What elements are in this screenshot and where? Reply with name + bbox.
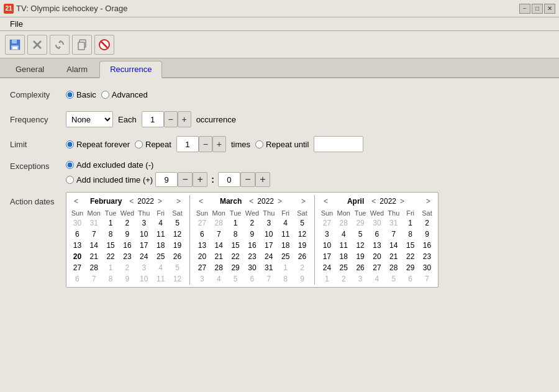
cal-day[interactable]: 16 <box>119 240 136 251</box>
hour-minus-button[interactable]: − <box>178 172 193 187</box>
february-year-next-button[interactable]: > <box>155 196 165 206</box>
cal-day[interactable]: 5 <box>352 229 369 240</box>
cal-day[interactable]: 14 <box>385 240 402 251</box>
cal-day[interactable]: 11 <box>335 240 352 251</box>
cal-day[interactable]: 20 <box>369 251 386 262</box>
cal-day[interactable]: 3 <box>352 273 369 285</box>
cal-day[interactable]: 6 <box>69 273 86 285</box>
cal-day[interactable]: 13 <box>369 240 386 251</box>
close-button[interactable]: ✕ <box>544 4 555 14</box>
cal-day[interactable]: 1 <box>227 217 244 229</box>
complexity-advanced-radio[interactable] <box>101 91 109 99</box>
repeat-until-input[interactable]: 02/21/2022 <box>314 136 363 152</box>
april-prev-button[interactable]: < <box>321 196 330 206</box>
cal-day[interactable]: 4 <box>369 273 386 285</box>
cal-day[interactable]: 27 <box>194 262 211 273</box>
tab-recurrence[interactable]: Recurrence <box>99 61 162 78</box>
cal-day[interactable]: 28 <box>335 217 352 229</box>
cal-day[interactable]: 1 <box>102 217 119 229</box>
cancel-button[interactable] <box>27 35 47 55</box>
cal-day[interactable]: 18 <box>335 251 352 262</box>
cal-day[interactable]: 6 <box>69 229 86 240</box>
repeat-option[interactable]: Repeat <box>135 140 171 149</box>
repeat-input[interactable] <box>176 136 199 152</box>
cal-day[interactable]: 18 <box>277 240 294 251</box>
cal-day[interactable]: 9 <box>244 229 261 240</box>
cal-day[interactable]: 8 <box>102 229 119 240</box>
cal-day[interactable]: 5 <box>169 262 186 273</box>
february-year-prev-button[interactable]: < <box>127 196 136 206</box>
cal-day[interactable]: 31 <box>385 217 402 229</box>
cal-day[interactable]: 2 <box>335 273 352 285</box>
march-year-next-button[interactable]: > <box>275 196 284 206</box>
cal-day[interactable]: 9 <box>119 229 136 240</box>
cal-day[interactable]: 27 <box>369 262 386 273</box>
hour-input[interactable] <box>155 172 178 187</box>
cal-day[interactable]: 1 <box>319 273 335 285</box>
cal-day[interactable]: 9 <box>119 273 136 285</box>
cal-day[interactable]: 24 <box>135 251 152 262</box>
repeat-forever-option[interactable]: Repeat forever <box>66 140 130 149</box>
minute-input[interactable] <box>218 172 240 187</box>
cal-day[interactable]: 7 <box>385 229 402 240</box>
cal-day[interactable]: 29 <box>402 262 419 273</box>
cal-day[interactable]: 11 <box>152 273 169 285</box>
minimize-button[interactable]: − <box>519 4 530 14</box>
cal-day[interactable]: 19 <box>169 240 186 251</box>
repeat-until-option[interactable]: Repeat until <box>255 140 309 149</box>
cal-day[interactable]: 10 <box>135 273 152 285</box>
cal-day[interactable]: 12 <box>169 273 186 285</box>
cal-day[interactable]: 20 <box>194 251 211 262</box>
cal-day[interactable]: 24 <box>319 262 335 273</box>
cal-day[interactable]: 23 <box>419 251 435 262</box>
cal-day[interactable]: 12 <box>352 240 369 251</box>
cal-day[interactable]: 17 <box>135 240 152 251</box>
cal-day[interactable]: 8 <box>402 229 419 240</box>
cal-day[interactable]: 22 <box>227 251 244 262</box>
cal-day[interactable]: 19 <box>352 251 369 262</box>
cal-day[interactable]: 7 <box>86 273 102 285</box>
april-year-prev-button[interactable]: < <box>369 196 378 206</box>
complexity-advanced-option[interactable]: Advanced <box>101 90 148 99</box>
cal-day[interactable]: 13 <box>194 240 211 251</box>
cal-day[interactable]: 30 <box>69 217 86 229</box>
cal-day[interactable]: 1 <box>277 262 294 273</box>
stop-button[interactable] <box>94 35 114 55</box>
cal-day[interactable]: 16 <box>244 240 261 251</box>
repeat-forever-radio[interactable] <box>66 140 74 148</box>
cal-day[interactable]: 3 <box>194 273 211 285</box>
minute-plus-button[interactable]: + <box>255 172 270 187</box>
repeat-plus-button[interactable]: + <box>212 136 226 152</box>
cal-day[interactable]: 25 <box>152 251 169 262</box>
cal-day[interactable]: 28 <box>86 262 102 273</box>
cal-day[interactable]: 8 <box>102 273 119 285</box>
complexity-basic-radio[interactable] <box>66 91 74 99</box>
cal-day[interactable]: 26 <box>352 262 369 273</box>
cal-day[interactable]: 28 <box>211 262 227 273</box>
cal-day[interactable]: 4 <box>277 217 294 229</box>
menu-file[interactable]: File <box>5 18 28 30</box>
cal-day[interactable]: 2 <box>419 217 435 229</box>
cal-day[interactable]: 10 <box>135 229 152 240</box>
cal-day[interactable]: 15 <box>402 240 419 251</box>
cal-day[interactable]: 5 <box>294 217 311 229</box>
cal-day[interactable]: 14 <box>211 240 227 251</box>
cal-day[interactable]: 4 <box>335 229 352 240</box>
cal-day[interactable]: 30 <box>419 262 435 273</box>
cal-day[interactable]: 2 <box>119 262 136 273</box>
complexity-basic-option[interactable]: Basic <box>66 90 96 99</box>
cal-day[interactable]: 22 <box>402 251 419 262</box>
cal-day[interactable]: 1 <box>102 262 119 273</box>
cal-day[interactable]: 30 <box>369 217 386 229</box>
cal-day[interactable]: 28 <box>385 262 402 273</box>
cal-day[interactable]: 6 <box>402 273 419 285</box>
cal-day[interactable]: 29 <box>352 217 369 229</box>
cal-day[interactable]: 11 <box>277 229 294 240</box>
cal-day[interactable]: 5 <box>169 217 186 229</box>
february-prev-button[interactable]: < <box>71 196 81 206</box>
cal-day[interactable]: 9 <box>294 273 311 285</box>
cal-day[interactable]: 7 <box>86 229 102 240</box>
maximize-button[interactable]: □ <box>532 4 543 14</box>
cal-day[interactable]: 3 <box>260 217 277 229</box>
april-next-button[interactable]: > <box>424 196 433 206</box>
